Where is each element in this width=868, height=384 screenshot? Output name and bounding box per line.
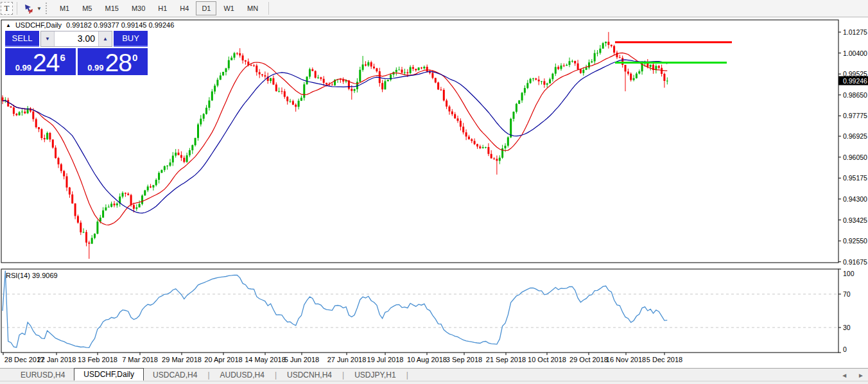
price-axis-label: 0.97775 [843, 112, 867, 119]
tf-button-h1[interactable]: H1 [152, 1, 173, 15]
date-axis-label: 22 Jan 2018 [37, 356, 76, 363]
price-axis: 1.012751.004000.995250.986500.977750.969… [838, 28, 867, 266]
volume-decrease-button[interactable]: ▼ [41, 31, 55, 46]
tab-scroll-right-icon[interactable]: ► [858, 372, 864, 379]
date-axis-label: 5 Dec 2018 [647, 356, 682, 363]
tab-divider: | [206, 369, 211, 381]
tab-divider: | [405, 369, 410, 381]
tab-usdchf-daily[interactable]: USDCHF,Daily [74, 368, 144, 381]
date-axis-label: 5 Jun 2018 [284, 356, 319, 363]
tf-button-d1[interactable]: D1 [196, 1, 216, 15]
sell-price-big: 24 [33, 53, 59, 73]
price-axis-label: 1.00400 [843, 49, 867, 57]
chart-tab-bar: EURUSD,H4 USDCHF,Daily USDCAD,H4 | AUDUS… [0, 368, 868, 381]
sell-button[interactable]: SELL [5, 31, 39, 47]
date-axis-label: 7 Mar 2018 [122, 356, 158, 363]
date-axis-label: 10 Oct 2018 [528, 356, 566, 363]
buy-button[interactable]: BUY [114, 31, 148, 47]
price-axis-label: 0.94300 [843, 195, 867, 203]
buy-price-button[interactable]: 0.99 28 0 [78, 48, 148, 75]
tab-audusd-h4[interactable]: AUDUSD,H4 [211, 369, 273, 381]
date-axis-label: 21 Sep 2018 [486, 356, 526, 363]
price-axis-label: 0.98650 [843, 91, 867, 99]
rsi-indicator-label: RSI(14) 39.9069 [6, 272, 58, 279]
rsi-axis-label: 30 [843, 324, 851, 331]
volume-increase-button[interactable]: ▲ [98, 31, 112, 46]
price-axis-label: 0.95175 [843, 174, 867, 182]
tab-divider: | [273, 369, 278, 381]
date-axis-label: 16 Nov 2018 [606, 356, 646, 363]
buy-price-prefix: 0.99 [87, 63, 103, 73]
date-axis-label: 27 Jun 2018 [327, 356, 367, 363]
rsi-axis: 10070300 [838, 269, 855, 353]
price-axis-label: 0.92550 [843, 237, 867, 245]
buy-price-big: 28 [105, 53, 132, 73]
toolbar-grip[interactable] [46, 3, 49, 14]
tf-button-mn[interactable]: MN [241, 1, 264, 15]
collapse-triangle-icon[interactable]: ▲ [6, 22, 11, 28]
tab-divider: | [341, 369, 345, 381]
tf-button-m1[interactable]: M1 [54, 1, 75, 15]
volume-input[interactable]: 3.00 [55, 31, 98, 46]
price-axis-label: 0.93425 [843, 216, 867, 224]
date-axis-label: 3 Sep 2018 [446, 356, 482, 363]
price-axis-label: 0.96925 [843, 132, 867, 140]
cursor-arrows-tool[interactable]: ▼ [21, 2, 44, 15]
date-axis-label: 14 May 2018 [245, 356, 286, 363]
date-axis-label: 29 Oct 2018 [569, 356, 608, 363]
date-axis-label: 29 Mar 2018 [162, 356, 202, 363]
price-axis-label: 0.91675 [843, 258, 867, 266]
volume-spinner: ▼ 3.00 ▲ [40, 31, 112, 47]
tab-scroll-left-icon[interactable]: ◄ [841, 372, 847, 379]
top-toolbar: T ▼ M1 M5 M15 M30 H1 H4 D1 W1 MN [0, 0, 868, 17]
sell-price-button[interactable]: 0.99 24 6 [5, 48, 76, 75]
date-axis: 28 Dec 201722 Jan 201813 Feb 20187 Mar 2… [3, 353, 682, 363]
toolbar-separator [17, 2, 17, 15]
chart-header: ▲ USDCHF,Daily 0.99182 0.99377 0.99145 0… [6, 21, 174, 29]
date-axis-label: 19 Jul 2018 [367, 356, 404, 363]
rsi-axis-label: 70 [843, 290, 851, 298]
one-click-trade-widget: SELL ▼ 3.00 ▲ BUY 0.99 24 6 0.99 28 0 [5, 31, 148, 75]
current-price-tag: 0.99246 [838, 76, 868, 85]
tf-button-m15[interactable]: M15 [99, 1, 124, 15]
price-axis-label: 1.01275 [843, 28, 867, 36]
tab-usdcad-h4[interactable]: USDCAD,H4 [144, 369, 206, 381]
chevron-down-icon[interactable]: ▼ [37, 6, 42, 12]
ohlc-values: 0.99182 0.99377 0.99145 0.99246 [66, 21, 174, 29]
price-axis-label: 0.96050 [843, 153, 867, 161]
tf-button-m30[interactable]: M30 [126, 1, 151, 15]
toolbar-separator [268, 2, 269, 15]
tab-eurusd-h4[interactable]: EURUSD,H4 [12, 369, 74, 381]
date-axis-label: 13 Feb 2018 [78, 356, 117, 363]
tf-button-h4[interactable]: H4 [174, 1, 195, 15]
sell-price-prefix: 0.99 [15, 63, 31, 73]
cursor-arrows-icon [23, 3, 35, 13]
date-axis-label: 10 Aug 2018 [407, 356, 447, 363]
tf-button-m5[interactable]: M5 [76, 1, 98, 15]
text-tool-icon[interactable]: T [1, 2, 13, 15]
date-axis-label: 20 Apr 2018 [204, 356, 242, 363]
status-bar [0, 381, 868, 384]
rsi-axis-label: 100 [843, 270, 855, 277]
rsi-axis-label: 0 [843, 345, 847, 353]
symbol-label: USDCHF,Daily [15, 21, 62, 29]
tf-button-w1[interactable]: W1 [218, 1, 240, 15]
tab-usdjpy-h1[interactable]: USDJPY,H1 [345, 369, 404, 381]
tab-usdcnh-h4[interactable]: USDCNH,H4 [278, 369, 341, 381]
sell-price-sup: 6 [60, 54, 65, 62]
svg-text:0.99246: 0.99246 [843, 77, 867, 85]
buy-price-sup: 0 [132, 54, 137, 62]
